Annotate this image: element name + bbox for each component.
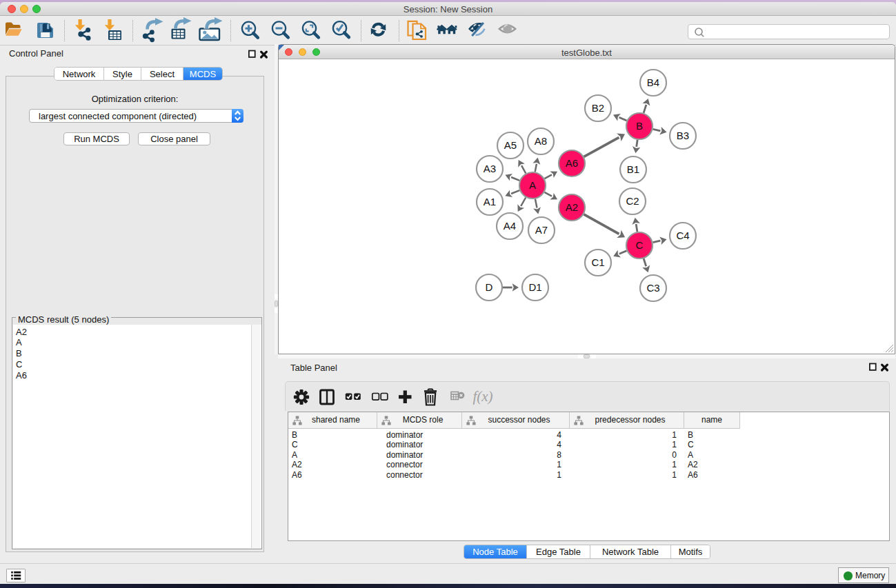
svg-text:A4: A4 — [504, 220, 516, 232]
svg-text:B2: B2 — [592, 102, 604, 114]
svg-text:A6: A6 — [566, 157, 578, 169]
svg-text:B3: B3 — [677, 130, 689, 141]
svg-text:B1: B1 — [627, 163, 639, 175]
svg-text:A: A — [529, 179, 536, 191]
svg-text:C: C — [636, 239, 644, 251]
svg-text:D: D — [486, 281, 493, 293]
svg-text:A1: A1 — [484, 196, 496, 207]
svg-text:C4: C4 — [676, 230, 689, 241]
svg-text:A5: A5 — [504, 139, 517, 151]
svg-text:C3: C3 — [646, 282, 659, 294]
svg-text:A2: A2 — [566, 201, 578, 213]
svg-text:B: B — [636, 120, 643, 132]
svg-text:A7: A7 — [535, 224, 548, 236]
svg-text:D1: D1 — [528, 281, 541, 293]
svg-text:C1: C1 — [591, 256, 604, 268]
svg-text:f(x): f(x) — [472, 388, 492, 405]
svg-text:A3: A3 — [484, 163, 496, 174]
svg-text:B4: B4 — [647, 77, 659, 88]
svg-text:C2: C2 — [626, 195, 639, 207]
svg-text:A8: A8 — [535, 135, 547, 147]
